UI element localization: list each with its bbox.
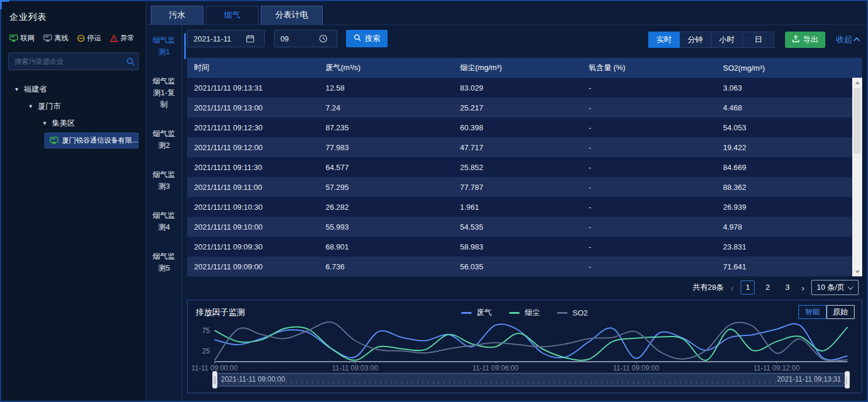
tree-node-enterprise-selected[interactable]: 厦门锐谷通信设备有限... <box>44 133 139 148</box>
table-cell: 56.035 <box>453 262 582 271</box>
tab-分表计电[interactable]: 分表计电 <box>261 6 323 25</box>
subtab-烟气监测3[interactable]: 烟气监测3 <box>146 169 182 192</box>
pagination: 共有28条 ‹ 123 › 10 条/页 <box>187 276 862 299</box>
prev-page-button[interactable]: ‹ <box>731 283 734 293</box>
table-row[interactable]: 2021/11/11 09:13:007.2425.217-4.468 <box>187 98 862 117</box>
granularity-日[interactable]: 日 <box>743 32 774 48</box>
subtab-烟气监测2[interactable]: 烟气监测2 <box>146 128 182 151</box>
chart-mode-switch: 智能原始 <box>798 305 855 319</box>
export-button-label: 导出 <box>803 34 818 45</box>
tab-污水[interactable]: 污水 <box>151 6 203 25</box>
time-range-slider[interactable]: 2021-11-11 09:00:00 2021-11-11 09:13:31 <box>215 373 848 387</box>
total-count: 共有28条 <box>693 282 724 293</box>
subtab-烟气监测1-复制[interactable]: 烟气监测1-复制 <box>146 75 182 110</box>
clock-icon <box>319 34 333 43</box>
status-label: 停运 <box>87 33 101 43</box>
table-cell: 6.736 <box>319 262 453 271</box>
chart-mode-原始[interactable]: 原始 <box>826 305 855 319</box>
search-input[interactable] <box>9 57 123 65</box>
collapse-toggle[interactable]: 收起 <box>836 34 860 45</box>
table-cell: - <box>582 262 716 271</box>
right-controls: 实时分钟小时日 导出 收起 <box>648 32 860 48</box>
table-cell: 26.282 <box>319 203 453 212</box>
table-row[interactable]: 2021/11/11 09:09:006.73656.035-71.641 <box>187 257 862 276</box>
table-cell: 2021/11/11 09:12:30 <box>187 123 319 132</box>
search-icon[interactable] <box>123 57 138 66</box>
status-label: 离线 <box>54 33 68 43</box>
table-scrollbar[interactable] <box>852 78 862 276</box>
table-row[interactable]: 2021/11/11 09:11:0057.29577.787-88.362 <box>187 177 862 197</box>
table-cell: 2021/11/11 09:10:30 <box>187 203 319 212</box>
page-button-2[interactable]: 2 <box>760 280 774 294</box>
subtab-烟气监测5[interactable]: 烟气监测5 <box>146 251 182 274</box>
x-tick-label: 11-11 09:06:00 <box>472 364 518 372</box>
table-cell: 2021/11/11 09:12:00 <box>187 143 319 152</box>
warning-triangle-icon <box>110 34 118 42</box>
page-size-select[interactable]: 10 条/页 <box>811 280 859 295</box>
tree-node-label: 厦门市 <box>38 101 61 112</box>
table-cell: 7.24 <box>319 103 453 112</box>
table-cell: 83.029 <box>453 84 582 92</box>
scrollbar-thumb[interactable] <box>853 88 861 154</box>
table-cell: 54.535 <box>453 223 582 231</box>
table-cell: - <box>582 242 716 251</box>
granularity-小时[interactable]: 小时 <box>711 32 743 48</box>
table-cell: 2021/11/11 09:11:00 <box>187 183 319 192</box>
next-page-button[interactable]: › <box>801 283 804 293</box>
hour-input[interactable] <box>275 34 319 43</box>
search-button-label: 搜索 <box>365 33 380 44</box>
table-row[interactable]: 2021/11/11 09:12:3087.23560.398-54.053 <box>187 117 862 137</box>
tree-node[interactable]: ▼厦门市 <box>8 98 139 115</box>
table-cell: 1.961 <box>453 203 582 212</box>
status-item: 离线 <box>43 33 68 43</box>
page-button-1[interactable]: 1 <box>741 280 755 294</box>
subtab-烟气监测4[interactable]: 烟气监测4 <box>146 210 182 233</box>
table-cell: 19.422 <box>716 143 862 152</box>
slider-handle-start[interactable] <box>212 371 217 389</box>
status-item: 异常 <box>110 33 134 43</box>
table-cell: 4.468 <box>716 103 862 112</box>
caret-down-icon[interactable]: ▼ <box>28 103 33 109</box>
y-tick-label: 25 <box>202 347 210 355</box>
caret-down-icon[interactable]: ▼ <box>14 86 19 92</box>
date-picker[interactable] <box>187 30 265 47</box>
table-cell: - <box>582 84 716 92</box>
table-row[interactable]: 2021/11/11 09:11:3064.57725.852-84.669 <box>187 157 862 177</box>
status-item: 联网 <box>9 33 34 43</box>
legend-item-废气[interactable]: 废气 <box>461 307 492 318</box>
export-icon <box>792 35 800 44</box>
enterprise-sidebar: 企业列表 联网离线停运异常 ▼福建省▼厦门市▼集美区厦门锐谷通信设备有限... <box>1 1 146 401</box>
slider-end-label: 2021-11-11 09:13:31 <box>777 375 841 383</box>
x-tick-mark <box>776 361 777 363</box>
enterprise-name: 厦门锐谷通信设备有限... <box>62 136 138 145</box>
scroll-down-button[interactable] <box>852 267 862 276</box>
caret-down-icon[interactable]: ▼ <box>42 120 47 126</box>
export-button[interactable]: 导出 <box>785 32 825 48</box>
table-row[interactable]: 2021/11/11 09:13:3112.5883.029-3.063 <box>187 78 862 98</box>
table-row[interactable]: 2021/11/11 09:09:3068.90158.983-23.831 <box>187 237 862 257</box>
tree-node[interactable]: ▼集美区 <box>8 115 139 131</box>
search-button-icon <box>354 34 361 43</box>
tab-烟气[interactable]: 烟气 <box>206 6 258 25</box>
granularity-分钟[interactable]: 分钟 <box>680 32 711 48</box>
table-row[interactable]: 2021/11/11 09:12:0077.98347.717-19.422 <box>187 137 862 157</box>
sidebar-title: 企业列表 <box>9 12 139 23</box>
chart-mode-智能[interactable]: 智能 <box>798 305 826 319</box>
legend-swatch <box>461 312 472 314</box>
table-cell: 58.983 <box>453 242 582 251</box>
page-button-3[interactable]: 3 <box>780 280 794 294</box>
subtab-烟气监测1[interactable]: 烟气监测1 <box>146 34 182 58</box>
granularity-实时[interactable]: 实时 <box>648 32 680 48</box>
search-button[interactable]: 搜索 <box>346 30 388 47</box>
date-input[interactable] <box>188 34 246 43</box>
slider-handle-end[interactable] <box>845 371 850 389</box>
table-row[interactable]: 2021/11/11 09:10:0055.99354.535-4.978 <box>187 217 862 237</box>
y-tick-label: 75 <box>202 327 210 335</box>
scroll-up-button[interactable] <box>852 78 862 87</box>
hour-picker[interactable] <box>274 30 337 47</box>
main-area: 污水烟气分表计电 烟气监测1烟气监测1-复制烟气监测2烟气监测3烟气监测4烟气监… <box>146 1 867 401</box>
legend-item-SO2[interactable]: SO2 <box>557 307 587 318</box>
tree-node[interactable]: ▼福建省 <box>8 81 139 98</box>
table-row[interactable]: 2021/11/11 09:10:3026.2821.961-26.939 <box>187 197 862 217</box>
legend-item-烟尘[interactable]: 烟尘 <box>509 307 540 318</box>
